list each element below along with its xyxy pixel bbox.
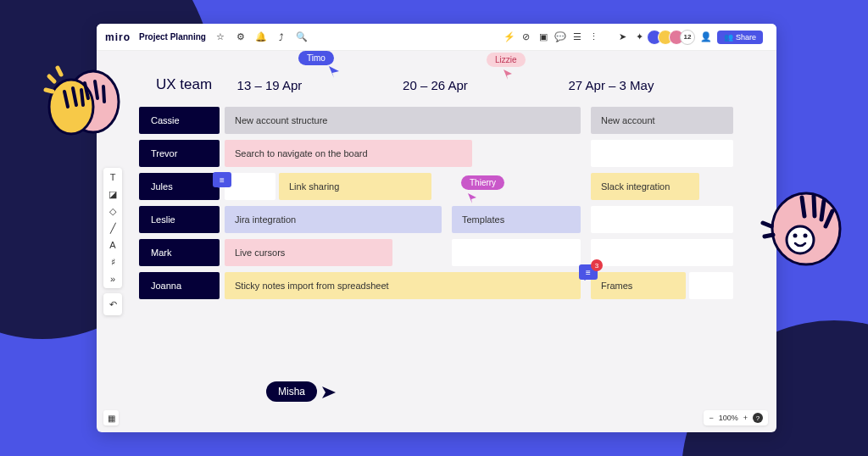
text-tool-icon[interactable]: T: [107, 171, 119, 183]
cursor-arrow-icon: [322, 386, 336, 398]
comment-bubble[interactable]: ≡: [213, 172, 231, 187]
task-lane[interactable]: Jira integrationTemplates: [225, 206, 734, 233]
svg-marker-2: [468, 193, 476, 203]
logo: miro: [105, 31, 131, 43]
task-card[interactable]: [689, 272, 733, 299]
board-name[interactable]: Project Planning: [139, 32, 206, 42]
cursor-arrow-icon: [504, 70, 514, 80]
topbar: miro Project Planning ☆ ⚙ 🔔 ⤴ 🔍 ⚡ ⊘ ▣ 💬 …: [97, 24, 776, 51]
week-label: 13 – 19 Apr: [237, 78, 403, 92]
planning-row: LeslieJira integrationTemplates: [139, 206, 734, 233]
app-window: miro Project Planning ☆ ⚙ 🔔 ⤴ 🔍 ⚡ ⊘ ▣ 💬 …: [97, 24, 776, 432]
pen-tool-icon[interactable]: A: [107, 239, 119, 251]
planning-header: UX team 13 – 19 Apr 20 – 26 Apr 27 Apr –…: [139, 76, 734, 93]
svg-marker-1: [504, 70, 512, 80]
task-lane[interactable]: New account structureNew account: [225, 107, 734, 134]
map-icon[interactable]: ▦: [103, 410, 119, 425]
add-user-icon[interactable]: 👤: [700, 31, 712, 43]
task-card[interactable]: Templates: [452, 206, 581, 233]
task-lane[interactable]: Search to navigate on the board: [225, 140, 734, 167]
cursor-lizzie: Lizzie: [487, 53, 526, 67]
undo-panel: ↶: [103, 293, 122, 315]
week-label: 27 Apr – 3 May: [569, 78, 734, 92]
task-card[interactable]: Slack integration: [591, 173, 699, 200]
comment-bubble[interactable]: ≡3: [579, 264, 598, 280]
cursor-arrow-icon: [329, 66, 341, 78]
task-lane[interactable]: Sticky notes import from spreadsheetFram…: [225, 272, 734, 299]
cursor-icon[interactable]: ➤: [617, 31, 629, 43]
cursor-misha: Misha: [266, 381, 317, 402]
task-card[interactable]: [452, 239, 581, 266]
task-lane[interactable]: Live cursors: [225, 239, 734, 266]
task-card[interactable]: [225, 173, 275, 200]
comment-icon[interactable]: 💬: [554, 31, 566, 43]
avatar-stack[interactable]: 12: [651, 30, 695, 45]
person-name: Jules: [139, 173, 220, 200]
svg-marker-0: [329, 66, 339, 78]
bell-icon[interactable]: 🔔: [255, 31, 267, 43]
canvas[interactable]: UX team 13 – 19 Apr 20 – 26 Apr 27 Apr –…: [97, 51, 776, 331]
task-card[interactable]: Live cursors: [225, 239, 392, 266]
task-card[interactable]: New account structure: [225, 107, 581, 134]
frame-tool-icon[interactable]: ♯: [107, 256, 119, 268]
task-card[interactable]: Jira integration: [225, 206, 442, 233]
share-label: Share: [736, 33, 756, 42]
star-icon[interactable]: ☆: [214, 31, 226, 43]
more-tools-icon[interactable]: »: [107, 273, 119, 285]
task-card[interactable]: Search to navigate on the board: [225, 140, 472, 167]
cursor-arrow-icon: [468, 193, 478, 203]
svg-point-9: [804, 234, 808, 238]
person-name: Trevor: [139, 140, 220, 167]
svg-point-8: [793, 234, 798, 238]
comment-badge: 3: [591, 259, 603, 271]
tool-panel: T ◪ ◇ ╱ A ♯ »: [103, 168, 122, 288]
zoom-in-icon[interactable]: +: [743, 414, 748, 422]
person-name: Mark: [139, 239, 220, 266]
sticker-clap: [34, 51, 127, 147]
svg-marker-3: [322, 386, 336, 398]
zoom-level: 100%: [719, 414, 738, 422]
planning-row: MarkLive cursors: [139, 239, 734, 266]
line-tool-icon[interactable]: ╱: [107, 222, 119, 234]
list-icon[interactable]: ☰: [571, 31, 583, 43]
svg-point-7: [787, 226, 814, 253]
help-icon[interactable]: ?: [753, 413, 763, 423]
task-card[interactable]: Link sharing: [279, 173, 431, 200]
avatar-count[interactable]: 12: [680, 30, 695, 45]
shape-tool-icon[interactable]: ◇: [107, 205, 119, 217]
reactions-icon[interactable]: ✦: [634, 31, 646, 43]
person-name: Cassie: [139, 107, 220, 134]
planning-row: TrevorSearch to navigate on the board: [139, 140, 734, 167]
week-label: 20 – 26 Apr: [403, 78, 568, 92]
zoom-control[interactable]: − 100% + ?: [704, 410, 768, 425]
export-icon[interactable]: ⤴: [275, 31, 287, 43]
task-card[interactable]: [591, 239, 733, 266]
person-name: Leslie: [139, 206, 220, 233]
timer-icon[interactable]: ⊘: [520, 31, 532, 43]
search-icon[interactable]: 🔍: [296, 31, 308, 43]
sticker-ok: [760, 182, 853, 279]
task-card[interactable]: Frames: [591, 272, 686, 299]
undo-icon[interactable]: ↶: [107, 298, 119, 310]
present-icon[interactable]: ▣: [537, 31, 549, 43]
planning-row: CassieNew account structureNew account: [139, 107, 734, 134]
task-card[interactable]: [591, 206, 733, 233]
more-icon[interactable]: ⋮: [588, 31, 600, 43]
person-name: Joanna: [139, 272, 220, 299]
task-card[interactable]: New account: [591, 107, 733, 134]
share-button[interactable]: 👥 Share: [717, 31, 763, 44]
zoom-out-icon[interactable]: −: [709, 414, 713, 422]
cursor-thierry: Thierry: [461, 175, 504, 190]
task-card[interactable]: [591, 140, 733, 167]
settings-icon[interactable]: ⚙: [235, 31, 247, 43]
cursor-timo: Timo: [298, 51, 334, 65]
task-card[interactable]: Sticky notes import from spreadsheet: [225, 272, 581, 299]
planning-row: JoannaSticky notes import from spreadshe…: [139, 272, 734, 299]
team-title: UX team: [156, 76, 237, 93]
sticky-tool-icon[interactable]: ◪: [107, 188, 119, 200]
bolt-icon[interactable]: ⚡: [504, 31, 515, 43]
